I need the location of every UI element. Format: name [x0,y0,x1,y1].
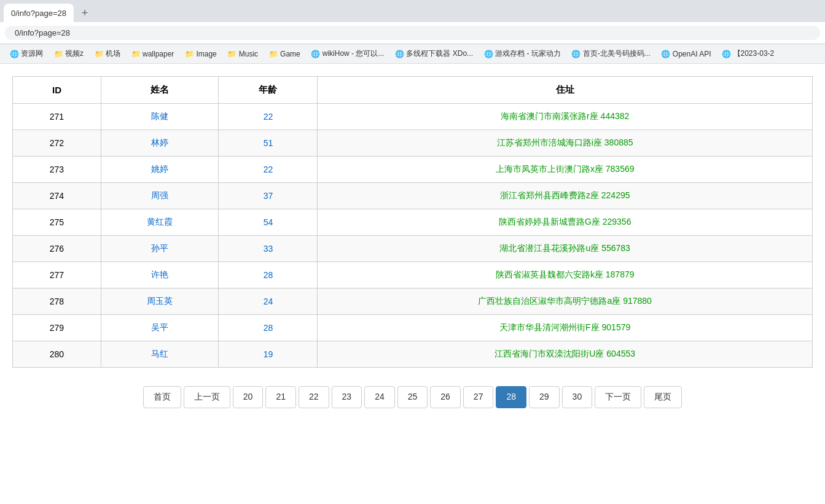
active-tab[interactable]: 0/info?page=28 [4,4,74,22]
page-button[interactable]: 24 [364,386,395,408]
name-cell: 黄红霞 [101,209,219,236]
bookmark-item[interactable]: 📁Image [180,48,221,60]
age-cell: 28 [219,315,318,341]
table-header-cell: ID [13,77,101,104]
name-cell: 吴平 [101,315,219,341]
bookmark-label: 首页-北美号码接码... [583,48,651,59]
age-cell: 33 [219,236,318,262]
page-button[interactable]: 26 [430,386,461,408]
table-row: 271陈健22海南省澳门市南溪张路r座 444382 [13,104,813,130]
bookmark-label: 多线程下载器 XDo... [406,48,473,59]
page-button[interactable]: 首页 [143,386,181,408]
bookmark-item[interactable]: 🌐首页-北美号码接码... [567,47,655,60]
table-header-row: ID姓名年龄住址 [13,77,813,104]
age-cell: 19 [219,341,318,368]
bookmark-label: 视频z [65,48,84,59]
addr-cell: 湖北省潜江县花溪孙路u座 556783 [318,236,813,262]
bookmark-icon: 📁 [269,50,278,58]
name-cell: 林婷 [101,130,219,157]
bookmark-icon: 🌐 [662,50,670,58]
age-cell: 37 [219,183,318,209]
table-header-cell: 年龄 [219,77,318,104]
bookmark-item[interactable]: 📁视频z [49,47,88,60]
bookmark-label: Music [239,50,258,58]
bookmark-icon: 🌐 [395,50,404,58]
id-cell: 280 [13,341,101,368]
addr-cell: 上海市凤英市上街澳门路x座 783569 [318,157,813,183]
addr-cell: 陕西省淑英县魏都六安路k座 187879 [318,262,813,289]
page-button[interactable]: 20 [233,386,264,408]
bookmark-icon: 📁 [228,50,237,58]
bookmark-item[interactable]: 📁Game [264,48,305,60]
id-cell: 274 [13,183,101,209]
table-row: 272林婷51江苏省郑州市涪城海口路i座 380885 [13,130,813,157]
age-cell: 24 [219,289,318,315]
tab-bar: 0/info?page=28 + [0,0,825,22]
name-cell: 陈健 [101,104,219,130]
new-tab-button[interactable]: + [76,4,93,21]
address-bar-row [0,22,825,44]
addr-cell: 浙江省郑州县西峰费路z座 224295 [318,183,813,209]
page-button[interactable]: 尾页 [644,386,682,408]
id-cell: 275 [13,209,101,236]
bookmark-label: wallpaper [143,50,174,58]
page-button[interactable]: 29 [529,386,560,408]
bookmark-item[interactable]: 🌐资源网 [5,47,48,60]
addr-cell: 广西壮族自治区淑华市高明宁德路a座 917880 [318,289,813,315]
page-button[interactable]: 30 [562,386,593,408]
bookmark-icon: 🌐 [572,50,581,58]
page-button[interactable]: 23 [332,386,362,408]
id-cell: 278 [13,289,101,315]
page-button[interactable]: 下一页 [595,386,641,408]
addr-cell: 江苏省郑州市涪城海口路i座 380885 [318,130,813,157]
bookmark-item[interactable]: 🌐多线程下载器 XDo... [390,47,478,60]
bookmark-icon: 🌐 [10,50,18,58]
bookmark-label: wikiHow - 您可以... [323,48,385,59]
name-cell: 马红 [101,341,219,368]
age-cell: 51 [219,130,318,157]
bookmark-item[interactable]: 🌐【2023-03-2 [717,47,780,60]
bookmarks-bar: 🌐资源网📁视频z📁机场📁wallpaper📁Image📁Music📁Game🌐w… [0,44,825,64]
id-cell: 272 [13,130,101,157]
id-cell: 273 [13,157,101,183]
bookmark-item[interactable]: 📁机场 [90,47,125,60]
page-button[interactable]: 上一页 [184,386,230,408]
bookmark-item[interactable]: 🌐OpenAI API [657,48,716,60]
table-header-cell: 姓名 [101,77,219,104]
table-row: 280马红19江西省海门市双滦沈阳街U座 604553 [13,341,813,368]
bookmark-label: Image [196,50,216,58]
bookmark-icon: 📁 [131,50,140,58]
table-row: 273姚婷22上海市凤英市上街澳门路x座 783569 [13,157,813,183]
bookmark-icon: 🌐 [311,50,320,58]
tab-label: 0/info?page=28 [11,9,66,18]
age-cell: 22 [219,157,318,183]
name-cell: 周玉英 [101,289,219,315]
age-cell: 28 [219,262,318,289]
page-content: ID姓名年龄住址 271陈健22海南省澳门市南溪张路r座 444382272林婷… [0,64,825,504]
bookmark-label: OpenAI API [673,50,711,58]
page-button[interactable]: 27 [463,386,494,408]
bookmark-icon: 📁 [54,50,63,58]
bookmark-item[interactable]: 📁wallpaper [127,48,179,60]
name-cell: 姚婷 [101,157,219,183]
bookmark-item[interactable]: 📁Music [223,48,263,60]
bookmark-item[interactable]: 🌐游戏存档 - 玩家动力 [479,47,566,60]
bookmark-label: Game [280,50,300,58]
id-cell: 271 [13,104,101,130]
bookmark-item[interactable]: 🌐wikiHow - 您可以... [307,47,389,60]
name-cell: 孙平 [101,236,219,262]
address-bar[interactable] [5,26,820,40]
name-cell: 周强 [101,183,219,209]
current-page-button[interactable]: 28 [496,386,526,408]
bookmark-label: 游戏存档 - 玩家动力 [495,48,561,59]
table-row: 277许艳28陕西省淑英县魏都六安路k座 187879 [13,262,813,289]
pagination: 首页上一页2021222324252627282930下一页尾页 [12,386,813,408]
page-button[interactable]: 25 [397,386,428,408]
bookmark-icon: 📁 [185,50,194,58]
bookmark-icon: 📁 [95,50,103,58]
page-button[interactable]: 21 [265,386,296,408]
page-button[interactable]: 22 [299,386,329,408]
table-row: 278周玉英24广西壮族自治区淑华市高明宁德路a座 917880 [13,289,813,315]
id-cell: 277 [13,262,101,289]
table-row: 275黄红霞54陕西省婷婷县新城曹路G座 229356 [13,209,813,236]
